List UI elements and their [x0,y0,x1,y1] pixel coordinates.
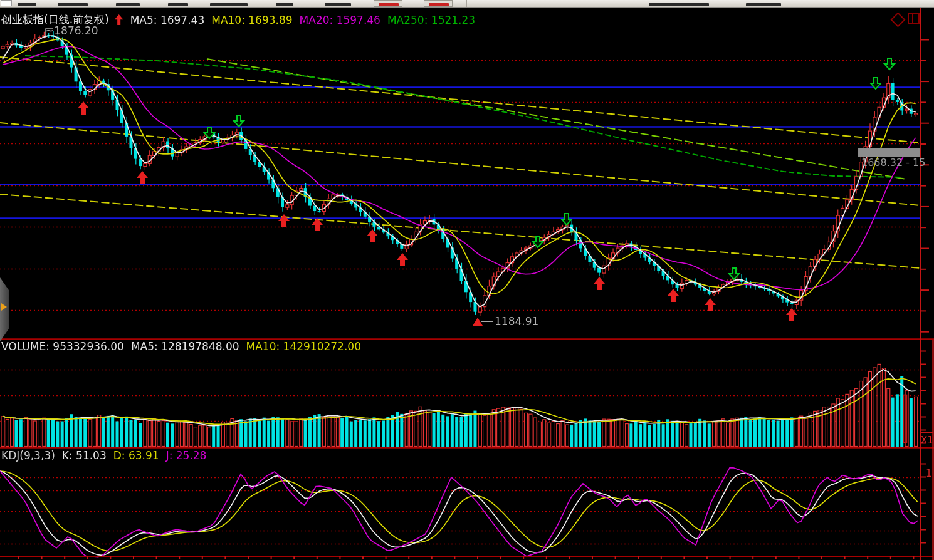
high-annotation: ~1876.20 [45,24,98,37]
ma5-value: MA5: 1697.43 [130,14,205,26]
kdj-d-value: D: 63.91 [113,449,159,462]
menu-separator [414,0,414,7]
kdj-header: KDJ(9,3,3) K: 51.03 D: 63.91 J: 25.28 [1,449,206,462]
low-annotation: 1184.91 [495,315,538,328]
menu-icon-box[interactable] [1,0,12,6]
menu-text-fragment-red [379,3,399,6]
kdj-title: KDJ(9,3,3) [1,449,55,462]
volume-header: VOLUME: 95332936.00 MA5: 128197848.00 MA… [1,340,361,353]
kdj-k-value: K: 51.03 [62,449,107,462]
volume-ma10-value: MA10: 142910272.00 [246,340,361,353]
kdj-scale-label: 1 [926,468,932,479]
menu-text-fragment [210,3,248,6]
top-menu-bar[interactable] [0,0,934,8]
price-tooltip-box [858,148,920,157]
menu-separator [360,0,360,7]
menu-text-fragment-red [429,3,449,6]
ma250-value: MA250: 1521.23 [387,14,475,26]
menu-text-fragment [325,3,351,6]
menu-text-fragment [746,3,781,6]
menu-separator [466,0,467,7]
volume-ma5-value: MA5: 128197848.00 [131,340,239,353]
menu-text-fragment [116,3,140,6]
menu-text-fragment [649,3,709,6]
menu-text-fragment [168,3,188,6]
ma20-value: MA20: 1597.46 [300,14,380,26]
menu-text-fragment [276,3,293,6]
menu-text-fragment [58,3,88,6]
ma10-value: MA10: 1693.89 [211,14,292,26]
menu-text-fragment [18,3,36,6]
price-tooltip-text: 1668.32 - 15 [861,157,925,169]
volume-value: VOLUME: 95332936.00 [1,340,124,353]
chart-canvas[interactable] [0,0,934,560]
kdj-j-value: J: 25.28 [166,449,207,462]
expand-arrow-icon [1,303,7,311]
split-window-icon[interactable] [908,13,920,24]
volume-scale-badge: X1 [921,435,933,446]
up-arrow-icon [115,14,123,25]
trading-app-window: 创业板指(日线.前复权) MA5: 1697.43 MA10: 1693.89 … [0,0,934,560]
